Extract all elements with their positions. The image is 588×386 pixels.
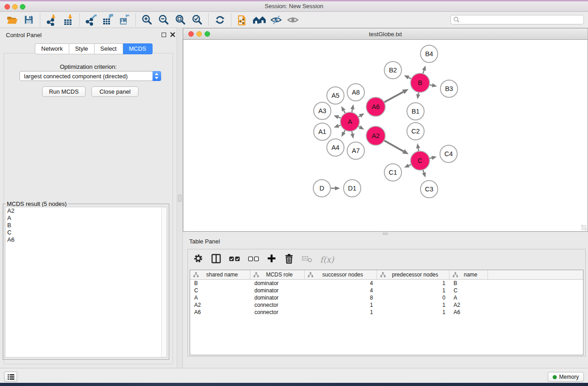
criterion-dropdown[interactable]: largest connected component (directed) [19,71,161,81]
run-mcds-button[interactable]: Run MCDS [42,86,86,97]
table-settings-button[interactable] [193,253,203,265]
task-history-button[interactable] [4,372,17,382]
graph-node-label: B3 [445,85,453,92]
table-cell: B [190,280,250,286]
tab-select[interactable]: Select [95,43,123,54]
panel-splitter-vertical[interactable] [177,28,183,368]
result-item[interactable]: A6 [5,236,161,243]
export-image-button[interactable] [116,13,133,27]
result-scrollbar[interactable] [161,207,167,357]
edge-arrowhead-icon [416,143,420,149]
open-session-button[interactable] [4,13,20,27]
tree-icon [308,272,313,277]
zoom-fit-icon [175,14,186,25]
tab-style[interactable]: Style [69,43,95,54]
memory-button[interactable]: Memory [548,372,584,382]
table-cell: 1 [305,302,377,308]
tab-network[interactable]: Network [35,43,69,54]
mcds-result-title: MCDS result (5 nodes) [5,200,68,207]
export-image-icon [119,14,130,26]
column-header-successor-nodes[interactable]: successor nodes [305,270,377,279]
criterion-value: largest connected component (directed) [20,73,153,80]
graph-node-label: B [418,79,422,86]
column-panel-button[interactable] [211,253,221,266]
table-row[interactable]: A6connector11A6 [190,309,583,316]
close-panel-icon[interactable] [170,32,175,37]
float-panel-icon[interactable] [162,33,166,37]
toolbar-separator [208,14,209,26]
gear-icon [193,253,203,263]
table-cell: C [449,287,488,294]
network-zoom-button[interactable] [205,31,210,37]
node-table-header: shared nameMCDS rolesuccessor nodesprede… [190,270,583,280]
column-header-predecessor-nodes[interactable]: predecessor nodes [377,270,449,279]
table-cell: dominator [250,287,305,294]
edge-arrowhead-icon [431,156,437,160]
mcds-result-list[interactable]: A2ABCA6 [5,207,161,357]
delete-column-button[interactable] [284,253,294,266]
first-neighbors-button[interactable] [251,13,268,27]
zoom-in-icon [141,14,153,25]
table-cell: 1 [377,302,449,308]
toolbar-separator [40,14,40,26]
column-header-shared-name[interactable]: shared name [190,270,250,279]
graph-node-label: D1 [348,185,357,192]
splitter-handle[interactable] [178,195,182,202]
houses-icon [253,14,266,25]
table-cell: B [449,280,488,286]
column-header-name[interactable]: name [449,270,488,279]
network-close-button[interactable] [188,31,194,37]
hide-selected-button[interactable] [268,13,284,27]
control-panel-title: Control Panel [6,32,42,38]
apply-layout-button[interactable] [211,13,228,27]
deselect-all-rows-button[interactable] [248,255,259,263]
edge-arrowhead-icon [432,83,437,87]
import-network-button[interactable] [43,13,60,27]
network-graph[interactable]: AA6A2BCA5A8A3A1A4A7B2B4B3B1C2C4C1C3DD1 [183,40,588,231]
zoom-fit-button[interactable] [172,13,189,27]
network-canvas[interactable]: AA6A2BCA5A8A3A1A4A7B2B4B3B1C2C4C1C3DD1 [183,40,588,232]
column-header-MCDS-role[interactable]: MCDS role [250,270,305,279]
zoom-out-button[interactable] [155,13,172,27]
result-item[interactable]: A [5,214,161,222]
graph-node-label: A7 [352,147,360,154]
delete-table-icon [301,254,312,263]
result-item[interactable]: B [5,222,161,229]
close-panel-button[interactable]: Close panel [91,86,139,97]
panel-splitter-horizontal[interactable] [183,232,588,235]
plus-icon [267,253,277,263]
import-table-button[interactable] [60,13,76,27]
table-cell: 1 [377,287,449,294]
close-window-button[interactable] [5,4,10,10]
save-floppy-icon [24,14,34,25]
edge-arrowhead-icon [335,186,340,191]
minimize-window-button[interactable] [12,4,18,10]
show-all-button[interactable] [284,13,301,27]
add-column-button[interactable] [267,253,277,265]
network-from-file-button[interactable] [234,13,251,27]
edge-arrowhead-icon [404,164,410,168]
network-window-titlebar[interactable]: testGlobe.txt [183,28,588,40]
main-toolbar [0,12,588,28]
table-row[interactable]: A2connector11A2 [190,301,583,309]
table-row[interactable]: Adominator80A [190,294,583,301]
tab-mcds[interactable]: MCDS [123,43,153,54]
table-panel: Table Panel f(x) shared nameMCDS rolesuc… [183,235,588,368]
search-field[interactable] [450,15,584,24]
search-input[interactable] [460,16,583,24]
zoom-in-button[interactable] [139,13,155,27]
table-row[interactable]: Bdominator41B [190,280,583,287]
select-all-rows-button[interactable] [229,255,240,263]
zoom-selected-button[interactable] [189,13,206,27]
export-table-button[interactable] [99,13,116,27]
table-cell: C [190,287,250,294]
zoom-window-button[interactable] [20,4,25,10]
export-network-button[interactable] [82,13,99,27]
table-row[interactable]: Cdominator41C [190,287,583,294]
network-minimize-button[interactable] [196,31,202,37]
result-item[interactable]: A2 [5,207,161,214]
resize-grip-icon[interactable] [581,225,587,230]
result-item[interactable]: C [5,229,161,236]
save-session-button[interactable] [20,13,37,27]
splitter-handle[interactable] [382,233,388,235]
